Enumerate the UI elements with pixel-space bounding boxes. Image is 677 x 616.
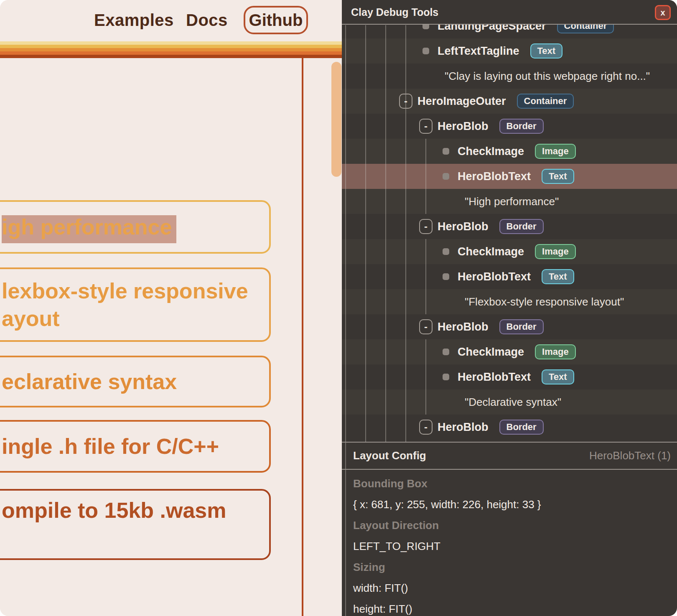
element-type-tag: Text: [530, 43, 563, 59]
indent-guide-line: [405, 25, 406, 442]
tree-row-text-content[interactable]: "Declarative syntax": [342, 389, 677, 415]
config-value: width: FIT(): [353, 578, 671, 598]
tree-row-text-content[interactable]: "Flexbox-style responsive layout": [342, 289, 677, 314]
tree-row-heroblob[interactable]: -HeroBlobBorder: [342, 214, 677, 239]
nav-link-docs[interactable]: Docs: [186, 11, 228, 30]
layout-config-title: Layout Config: [353, 449, 426, 462]
element-name: HeroBlob: [438, 120, 489, 133]
text-content-preview: "Declarative syntax": [465, 396, 561, 409]
tree-row-text-content[interactable]: "Clay is laying out this webpage right n…: [342, 64, 677, 89]
debug-panel-header: Clay Debug Tools: [342, 0, 677, 24]
tree-row-text-content[interactable]: "High performance": [342, 189, 677, 214]
element-name: HeroBlob: [438, 421, 489, 434]
selected-element-label: HeroBlobText (1): [589, 449, 671, 462]
tree-row-checkimage[interactable]: CheckImageImage: [342, 339, 677, 364]
tree-row-heroimageouter[interactable]: -HeroImageOuterContainer: [342, 89, 677, 114]
element-name: LeftTextTagline: [438, 45, 519, 58]
element-bullet-icon: [443, 273, 449, 280]
collapse-button[interactable]: -: [419, 219, 433, 234]
element-bullet-icon: [443, 248, 449, 255]
element-name: HeroBlobText: [458, 270, 531, 283]
feature-card: eclarative syntax: [0, 356, 271, 407]
indent-guide-line: [425, 139, 426, 214]
stripe-band: [0, 48, 342, 51]
tree-row-heroblobtext[interactable]: HeroBlobTextText: [342, 364, 677, 389]
app-window: Examples Docs Github igh performancelexb…: [0, 0, 677, 616]
tree-row-lefttexttagline[interactable]: LeftTextTaglineText: [342, 38, 677, 64]
config-value: LEFT_TO_RIGHT: [353, 536, 671, 557]
debug-panel-title: Clay Debug Tools: [351, 0, 438, 24]
config-section-label: Sizing: [353, 557, 671, 578]
stripe-band: [0, 41, 342, 45]
config-value: height: FIT(): [353, 598, 671, 616]
feature-card-text: igh performance: [2, 213, 257, 241]
tree-row-heroblob[interactable]: -HeroBlobBorder: [342, 415, 677, 440]
indent-guide-line: [385, 25, 386, 442]
collapse-button[interactable]: -: [399, 94, 412, 109]
element-type-tag: Image: [535, 244, 576, 259]
feature-card-text: ompile to 15kb .wasm: [2, 496, 257, 524]
collapse-button[interactable]: -: [419, 319, 433, 334]
collapse-button[interactable]: -: [419, 119, 433, 134]
element-type-tag: Border: [499, 119, 544, 134]
stripe-band: [0, 55, 342, 58]
element-type-tag: Container: [517, 94, 574, 109]
element-name: HeroBlob: [438, 220, 489, 233]
header-divider: [342, 24, 677, 25]
feature-card-text: ingle .h file for C/C++: [2, 433, 257, 460]
config-value: { x: 681, y: 255, width: 226, height: 33…: [353, 494, 671, 515]
feature-card-text: lexbox-style responsive: [2, 277, 257, 305]
indent-guide-line: [425, 339, 426, 415]
github-button[interactable]: Github: [244, 6, 308, 34]
stripe-band: [0, 45, 342, 48]
config-section-label: Bounding Box: [353, 473, 671, 494]
tree-row-heroblob[interactable]: -HeroBlobBorder: [342, 114, 677, 139]
element-type-tag: Image: [535, 344, 576, 359]
layout-config-body: Bounding Box{ x: 681, y: 255, width: 226…: [353, 473, 671, 616]
element-name: HeroImageOuter: [417, 95, 506, 108]
element-name: HeroBlobText: [458, 371, 531, 384]
element-bullet-icon: [443, 349, 449, 355]
tree-row-checkimage[interactable]: CheckImageImage: [342, 139, 677, 164]
tree-row-heroblob[interactable]: -HeroBlobBorder: [342, 314, 677, 339]
element-type-tag: Border: [499, 219, 544, 234]
element-bullet-icon: [443, 374, 449, 380]
indent-guide-line: [365, 25, 366, 442]
element-type-tag: Text: [542, 369, 574, 384]
tree-row-heroblobtext[interactable]: HeroBlobTextText: [342, 164, 677, 189]
clay-debug-tools-panel: LandingPageSpacerContainerLeftTextTaglin…: [342, 0, 677, 616]
text-content-preview: "Clay is laying out this webpage right n…: [445, 70, 650, 83]
feature-card-text: ayout: [2, 305, 257, 332]
feature-card: ingle .h file for C/C++: [0, 420, 271, 473]
collapse-button[interactable]: -: [419, 420, 433, 435]
element-bullet-icon: [443, 173, 449, 180]
feature-card-text: eclarative syntax: [2, 368, 257, 395]
text-content-preview: "High performance": [465, 195, 559, 208]
stripe-band: [0, 51, 342, 55]
page-scrollbar-thumb[interactable]: [331, 62, 341, 177]
element-name: CheckImage: [458, 145, 524, 158]
feature-card: igh performance: [0, 200, 271, 254]
feature-card: lexbox-style responsiveayout: [0, 267, 271, 342]
vertical-divider: [302, 58, 303, 616]
tree-row-checkimage[interactable]: CheckImageImage: [342, 239, 677, 264]
nav-link-examples[interactable]: Examples: [94, 11, 174, 30]
indent-guide-line: [345, 25, 346, 616]
element-bullet-icon: [443, 148, 449, 155]
element-bullet-icon: [422, 48, 429, 54]
tree-row-heroblobtext[interactable]: HeroBlobTextText: [342, 264, 677, 289]
element-type-tag: Border: [499, 319, 544, 334]
config-section-label: Layout Direction: [353, 515, 671, 536]
element-name: HeroBlobText: [458, 170, 531, 183]
retro-stripe-banner: [0, 41, 342, 58]
element-type-tag: Image: [535, 144, 576, 159]
element-type-tag: Text: [542, 169, 574, 184]
element-type-tag: Text: [542, 269, 574, 284]
text-content-preview: "Flexbox-style responsive layout": [465, 295, 624, 308]
close-icon[interactable]: x: [655, 5, 671, 20]
element-tree: LandingPageSpacerContainerLeftTextTaglin…: [342, 0, 677, 442]
config-top-divider: [342, 442, 677, 443]
element-name: CheckImage: [458, 346, 524, 359]
config-bottom-divider: [342, 469, 677, 470]
clay-landing-page: Examples Docs Github igh performancelexb…: [0, 0, 342, 616]
